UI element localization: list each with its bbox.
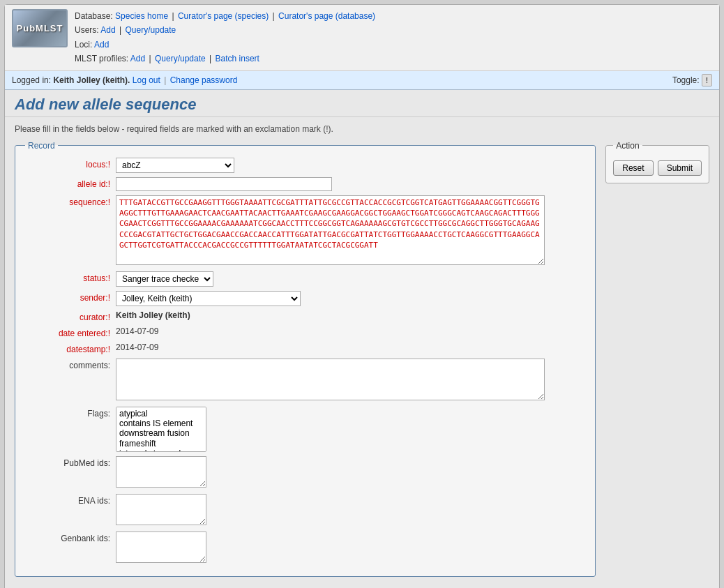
- ena-field: [116, 494, 585, 527]
- comments-row: comments:: [25, 359, 585, 402]
- allele-id-input[interactable]: 688: [116, 177, 332, 191]
- sender-label: sender:!: [25, 291, 116, 303]
- datestamp-value: 2014-07-09: [116, 342, 585, 352]
- genbank-label: Genbank ids:: [25, 532, 116, 543]
- locus-field: abcZ: [116, 158, 585, 173]
- loci-add-link[interactable]: Add: [94, 40, 109, 50]
- date-entered-value: 2014-07-09: [116, 326, 585, 336]
- toggle-button[interactable]: !: [702, 74, 712, 86]
- users-nav: Users: Add | Query/update: [75, 23, 375, 37]
- pubmed-textarea[interactable]: [116, 456, 206, 488]
- curator-row: curator:! Keith Jolley (keith): [25, 310, 585, 322]
- status-field: Sanger trace checked unchecked WGS: manu…: [116, 271, 585, 287]
- curator-value: Keith Jolley (keith): [116, 310, 585, 320]
- curators-species-link[interactable]: Curator's page (species): [178, 11, 269, 21]
- sequence-label: sequence:!: [25, 195, 116, 207]
- sender-select[interactable]: Jolley, Keith (keith): [116, 291, 301, 306]
- pubmlst-logo: PubMLST: [12, 9, 68, 47]
- record-fieldset: Record locus:! abcZ allele id:! 688 s: [15, 141, 596, 577]
- database-nav: Database: Species home | Curator's page …: [75, 9, 375, 23]
- status-select[interactable]: Sanger trace checked unchecked WGS: manu…: [116, 271, 213, 287]
- locus-row: locus:! abcZ: [25, 158, 585, 173]
- comments-field: [116, 359, 585, 402]
- allele-id-field: 688: [116, 177, 585, 191]
- datestamp-label: datestamp:!: [25, 342, 116, 354]
- curators-db-link[interactable]: Curator's page (database): [278, 11, 375, 21]
- datestamp-row: datestamp:! 2014-07-09: [25, 342, 585, 354]
- comments-label: comments:: [25, 359, 116, 370]
- comments-textarea[interactable]: [116, 359, 545, 400]
- users-query-link[interactable]: Query/update: [126, 25, 176, 35]
- mlst-batch-link[interactable]: Batch insert: [216, 54, 259, 63]
- mlst-nav: MLST profiles: Add | Query/update | Batc…: [75, 52, 375, 66]
- locus-select[interactable]: abcZ: [116, 158, 234, 173]
- logged-in-user: Keith Jolley (keith).: [53, 75, 130, 85]
- species-home-link[interactable]: Species home: [115, 11, 168, 21]
- flags-label: Flags:: [25, 407, 116, 419]
- locus-label: locus:!: [25, 158, 116, 169]
- main-content: Record locus:! abcZ allele id:! 688 s: [5, 141, 719, 587]
- record-legend: Record: [25, 141, 58, 151]
- pubmed-label: PubMed ids:: [25, 456, 116, 468]
- page-title-area: Add new allele sequence: [5, 90, 719, 117]
- status-bar: Logged in: Keith Jolley (keith). Log out…: [5, 71, 719, 90]
- sender-row: sender:! Jolley, Keith (keith): [25, 291, 585, 306]
- genbank-textarea[interactable]: [116, 532, 206, 563]
- mlst-add-link[interactable]: Add: [130, 54, 145, 63]
- date-entered-label: date entered:!: [25, 326, 116, 338]
- logo-area: PubMLST: [12, 9, 68, 47]
- genbank-field: [116, 532, 585, 565]
- flags-select[interactable]: atypical contains IS element downstream …: [116, 407, 206, 452]
- ena-row: ENA ids:: [25, 494, 585, 527]
- curator-label: curator:!: [25, 310, 116, 322]
- ena-textarea[interactable]: [116, 494, 206, 525]
- sequence-textarea[interactable]: [116, 195, 545, 265]
- change-password-link[interactable]: Change password: [170, 75, 238, 85]
- users-add-link[interactable]: Add: [100, 25, 115, 35]
- allele-id-row: allele id:! 688: [25, 177, 585, 191]
- loci-nav: Loci: Add: [75, 38, 375, 52]
- action-buttons: Reset Submit: [613, 160, 702, 176]
- action-legend: Action: [613, 141, 642, 151]
- action-fieldset: Action Reset Submit: [605, 141, 709, 183]
- nav-links: Database: Species home | Curator's page …: [75, 9, 375, 66]
- pubmed-field: [116, 456, 585, 490]
- status-label: status:!: [25, 271, 116, 283]
- genbank-row: Genbank ids:: [25, 532, 585, 565]
- submit-button[interactable]: Submit: [658, 160, 702, 176]
- ena-label: ENA ids:: [25, 494, 116, 506]
- reset-button[interactable]: Reset: [613, 160, 653, 176]
- header: PubMLST Database: Species home | Curator…: [5, 5, 719, 71]
- sequence-field: [116, 195, 585, 267]
- date-entered-row: date entered:! 2014-07-09: [25, 326, 585, 338]
- sequence-row: sequence:!: [25, 195, 585, 267]
- flags-field: atypical contains IS element downstream …: [116, 407, 585, 452]
- sender-field: Jolley, Keith (keith): [116, 291, 585, 306]
- logout-link[interactable]: Log out: [133, 75, 160, 85]
- status-right: Toggle: !: [672, 74, 712, 86]
- pubmed-row: PubMed ids:: [25, 456, 585, 490]
- allele-id-label: allele id:!: [25, 177, 116, 189]
- status-left: Logged in: Keith Jolley (keith). Log out…: [12, 75, 237, 85]
- status-row: status:! Sanger trace checked unchecked …: [25, 271, 585, 287]
- mlst-query-link[interactable]: Query/update: [155, 54, 206, 63]
- instructions: Please fill in the fields below - requir…: [5, 117, 719, 141]
- flags-row: Flags: atypical contains IS element down…: [25, 407, 585, 452]
- page-title: Add new allele sequence: [15, 96, 709, 114]
